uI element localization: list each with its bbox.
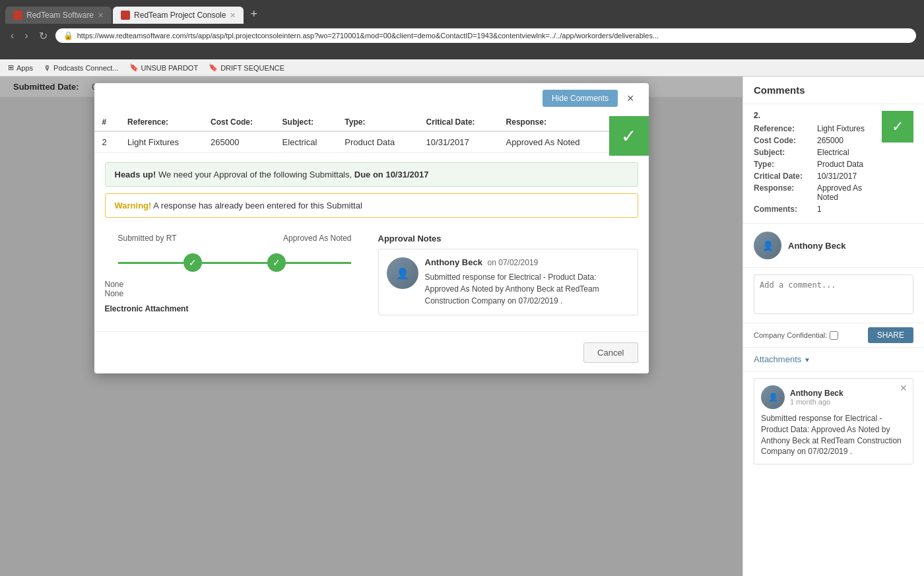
panel-row-type: Type: Product Data	[754, 160, 875, 169]
warning-text: A response has already been entered for …	[153, 201, 362, 210]
modal-close-button[interactable]: ×	[623, 90, 638, 107]
panel-comment-close-button[interactable]: ✕	[900, 383, 908, 393]
attachment-info: None None	[105, 280, 365, 298]
address-bar: ‹ › ↻ 🔒 https://www.redteamsoftware.com/…	[0, 24, 924, 48]
note-card: 👤 Anthony Beck on 07/02/2019 Submitted r…	[378, 249, 638, 315]
attachments-link[interactable]: Attachments ▼	[754, 354, 810, 364]
bookmark-podcasts[interactable]: 🎙 Podcasts Connect...	[44, 64, 118, 72]
panel-comment-author-area: Anthony Beck 1 month ago	[790, 389, 843, 406]
panel-row-reference: Reference: Light Fixtures	[754, 124, 875, 133]
bookmark-bar: ⊞ Apps 🎙 Podcasts Connect... 🔖 UNSUB PAR…	[0, 59, 924, 77]
heads-up-label: Heads up!	[115, 170, 156, 179]
confidential-check: Company Confidential:	[754, 331, 838, 340]
comment-footer: Company Confidential: SHARE	[743, 323, 924, 348]
tab-redteam-software[interactable]: RedTeam Software ✕	[5, 7, 112, 24]
panel-row-comments: Comments: 1	[754, 205, 875, 214]
panel-meta: 2. Reference: Light Fixtures Cost Code: …	[754, 111, 875, 216]
attachments-label: Attachments	[754, 354, 801, 364]
panel-checkmark-icon: ✓	[892, 118, 904, 135]
apps-grid-icon: ⊞	[8, 63, 14, 72]
page-background: Submitted Date: 07/02/2019 Hide Comments…	[0, 77, 742, 576]
note-content: Anthony Beck on 07/02/2019 Submitted res…	[425, 257, 630, 307]
cell-type: Product Data	[337, 131, 418, 153]
cancel-button[interactable]: Cancel	[583, 342, 638, 363]
panel-reference-value: Light Fixtures	[817, 124, 865, 133]
panel-critical-date-label: Critical Date:	[754, 172, 813, 181]
url-bar[interactable]: 🔒 https://www.redteamsoftware.com/rts/ap…	[55, 28, 916, 43]
bookmark-drift-sequence[interactable]: 🔖 DRIFT SEQUENCE	[209, 63, 284, 72]
panel-row-critical-date: Critical Date: 10/31/2017	[754, 172, 875, 181]
panel-cost-code-label: Cost Code:	[754, 136, 813, 145]
col-cost-code: Cost Code:	[203, 113, 275, 131]
cell-cost-code: 265000	[203, 131, 275, 153]
modal: Hide Comments × # Reference: Cost Code:	[94, 83, 649, 373]
status-left: Submitted by RT Approved As Noted ✓ ✓	[105, 234, 365, 315]
share-button[interactable]: SHARE	[868, 327, 913, 343]
step-circle-1: ✓	[183, 253, 202, 272]
panel-comment-card: ✕ 👤 Anthony Beck 1 month ago Submitted r…	[754, 378, 913, 464]
panel-critical-date-value: 10/31/2017	[817, 172, 857, 181]
cell-critical-date: 10/31/2017	[418, 131, 498, 153]
bookmark-unsub-pardot[interactable]: 🔖 UNSUB PARDOT	[129, 63, 199, 72]
new-tab-button[interactable]: +	[245, 5, 263, 24]
panel-response-label: Response:	[754, 183, 813, 202]
reload-button[interactable]: ↻	[36, 28, 50, 44]
main-area: Submitted Date: 07/02/2019 Hide Comments…	[0, 77, 924, 576]
bookmark-apps-label: Apps	[16, 64, 33, 72]
confidential-checkbox[interactable]	[830, 331, 838, 340]
note-author: Anthony Beck	[425, 257, 482, 267]
lock-icon: 🔒	[63, 31, 73, 40]
podcasts-icon: 🎙	[44, 64, 51, 72]
col-type: Type:	[337, 113, 418, 131]
step-labels: Submitted by RT Approved As Noted	[105, 234, 365, 243]
tab-close-1[interactable]: ✕	[98, 11, 104, 20]
panel-comment-author: Anthony Beck	[790, 389, 843, 398]
back-button[interactable]: ‹	[8, 28, 16, 43]
checkmark-icon: ✓	[621, 125, 636, 147]
cell-response: Approved As Noted	[498, 131, 609, 153]
note-date: on 07/02/2019	[488, 258, 539, 267]
hide-comments-button[interactable]: Hide Comments	[543, 90, 618, 107]
panel-check-area: 2. Reference: Light Fixtures Cost Code: …	[754, 111, 913, 216]
col-response: Response:	[498, 113, 609, 131]
cell-subject: Electrical	[275, 131, 337, 153]
panel-subject-value: Electrical	[817, 148, 849, 157]
confidential-label: Company Confidential:	[754, 331, 827, 339]
approval-notes: Approval Notes 👤 Anthony Beck on 07/02/2…	[378, 234, 638, 315]
tab-close-2[interactable]: ✕	[230, 11, 236, 20]
bookmark-drift-label: DRIFT SEQUENCE	[220, 64, 284, 72]
modal-overlay: Hide Comments × # Reference: Cost Code:	[0, 77, 742, 576]
browser-chrome: RedTeam Software ✕ RedTeam Project Conso…	[0, 0, 924, 59]
panel-comment-header: 👤 Anthony Beck 1 month ago	[761, 385, 906, 409]
attachments-section: Attachments ▼	[743, 348, 924, 371]
tab-redteam-project-console[interactable]: RedTeam Project Console ✕	[113, 7, 244, 24]
comment-input[interactable]	[754, 274, 913, 314]
panel-user-name: Anthony Beck	[788, 241, 845, 251]
step-line-3	[286, 262, 351, 264]
panel-user-avatar: 👤	[754, 232, 781, 259]
cell-num: 2	[94, 131, 120, 153]
panel-type-label: Type:	[754, 160, 813, 169]
forward-button[interactable]: ›	[22, 28, 30, 43]
bookmark-apps[interactable]: ⊞ Apps	[8, 63, 33, 72]
drift-icon: 🔖	[209, 63, 218, 72]
panel-row-subject: Subject: Electrical	[754, 148, 875, 157]
avatar-placeholder: 👤	[387, 257, 418, 289]
table-area: # Reference: Cost Code: Subject: Type: C…	[94, 113, 649, 156]
none-label-2: None	[105, 289, 365, 298]
panel-comments-label: Comments:	[754, 205, 813, 214]
panel-comment-text: Submitted response for Electrical - Prod…	[761, 413, 906, 457]
approved-check-box: ✓	[609, 116, 649, 156]
modal-header: Hide Comments ×	[94, 83, 649, 113]
step-circle-2: ✓	[267, 253, 286, 272]
tab-label-1: RedTeam Software	[26, 11, 94, 20]
comment-input-area	[743, 268, 924, 323]
note-avatar: 👤	[387, 257, 418, 289]
progress-steps: ✓ ✓	[105, 253, 365, 272]
step-line-1	[118, 262, 183, 264]
url-text: https://www.redteamsoftware.com/rts/app/…	[77, 32, 659, 40]
modal-footer: Cancel	[94, 331, 649, 373]
attachment-label-area: Electronic Attachment	[105, 304, 365, 313]
step-label-2: Approved As Noted	[283, 234, 351, 243]
cell-reference: Light Fixtures	[119, 131, 203, 153]
